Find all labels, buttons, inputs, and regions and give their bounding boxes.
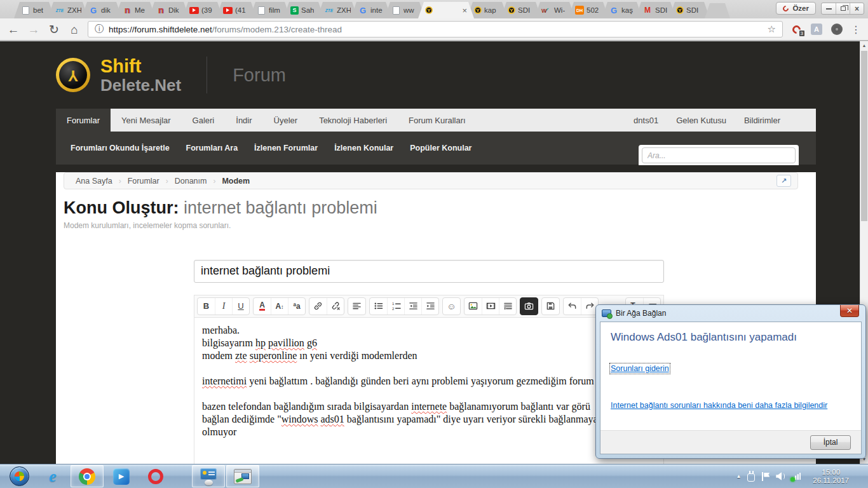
extension-media-button[interactable] [830,24,844,35]
address-bar[interactable]: ⓘ https://forum.shiftdelete.net/forums/m… [88,21,783,37]
close-button[interactable]: × [850,3,864,14]
taskbar-start-button[interactable] [3,465,35,487]
usernav-bildirimler[interactable]: Bildirimler [735,109,789,132]
nav-item-forumlar[interactable]: Forumlar [56,109,111,132]
tab-close-icon[interactable]: × [462,6,467,15]
extension-red-button[interactable]: 3 [789,25,803,34]
bookmark-star-icon[interactable]: ☆ [768,24,776,35]
tab-title: kap [484,6,496,14]
editor-link-button[interactable] [309,298,327,315]
hidden-icons-arrow[interactable]: ▲ [736,473,741,479]
subnav-forumlar-okundu-i-aretle[interactable]: Forumları Okundu İşaretle [62,144,178,152]
editor-text-color-button[interactable]: A [254,298,271,315]
editor-align-button[interactable] [348,298,365,315]
taskbar-windows-media-player-button[interactable]: ▶ [105,465,138,487]
editor-body[interactable]: merhaba.bilgisayarım hp pavillion g6mode… [194,317,664,464]
editor-text: olmuyor [202,426,236,437]
action-center-flag-icon[interactable] [761,472,770,481]
home-button[interactable]: ⌂ [67,24,81,36]
usernav-gelen-kutusu[interactable]: Gelen Kutusu [667,109,735,132]
breadcrumb-modem[interactable]: Modem [215,177,256,186]
nav-item-galeri[interactable]: Galeri [182,109,226,132]
taskbar-internet-explorer-button[interactable]: e [36,465,69,487]
editor-outdent-button[interactable] [404,298,421,315]
breadcrumb: Ana Sayfa›Forumlar›Donanım›Modem ↗ [64,172,798,189]
breadcrumb-ana-sayfa[interactable]: Ana Sayfa [69,177,119,186]
editor-smiley-button[interactable]: ☺ [443,298,460,315]
dialog-heading: Windows Ads01 bağlantısını yapamadı [611,331,851,344]
editor-text: yeni bağlattım . bağlandığı günden beri … [247,376,594,386]
taskbar-display-window-button[interactable] [192,465,225,487]
shiftdelete-logo-icon[interactable]: Y [56,58,90,92]
forward-button[interactable]: → [27,24,41,36]
site-logo[interactable]: Shift Delete.Net [100,57,181,93]
nav-item-teknoloji-haberleri[interactable]: Teknoloji Haberleri [308,109,398,132]
editor-unlink-button[interactable] [327,298,344,315]
extension-adobe-button[interactable]: A [810,24,824,35]
breadcrumb-forumlar[interactable]: Forumlar [121,177,166,186]
editor-media-button[interactable] [482,298,499,315]
header-divider [207,57,207,93]
cancel-button[interactable]: İptal [810,435,851,450]
clock-date: 26.11.2017 [813,477,849,485]
gmail-favicon-icon: M [642,5,653,15]
editor-bold-button[interactable]: B [198,298,215,315]
share-button[interactable]: ↗ [776,175,791,187]
taskbar-clock[interactable]: 15:00 26.11.2017 [813,468,849,485]
editor-camera-button[interactable] [520,298,538,315]
taskbar-network-window-button[interactable] [226,465,259,487]
taskbar-chrome-button[interactable] [71,465,104,487]
dialog-content: Windows Ads01 bağlantısını yapamadı Soru… [600,322,861,430]
browser-menu-button[interactable]: ⋮ [850,24,862,36]
nav-item-forum-kurallar[interactable]: Forum Kuralları [398,109,477,132]
editor-undo-button[interactable] [564,298,581,315]
misspelled-word: superonline [250,350,297,361]
editor-font-family-button[interactable]: ªa [288,298,305,315]
minimize-button[interactable] [822,3,836,14]
usernav-dnts01[interactable]: dnts01 [625,109,667,132]
nav-item-yeler[interactable]: Üyeler [263,109,309,132]
reload-button[interactable]: ↻ [47,24,61,36]
network-status-icon[interactable] [792,472,801,480]
volume-icon[interactable] [776,472,785,480]
editor-image-button[interactable] [465,298,482,315]
back-button[interactable]: ← [6,24,20,36]
restore-button[interactable] [836,3,850,14]
editor-indent-button[interactable] [421,298,438,315]
breadcrumb-donan-m[interactable]: Donanım [168,177,214,186]
subnav-pop-ler-konular[interactable]: Popüler Konular [402,144,480,152]
browser-tab[interactable]: SDI [669,2,710,18]
editor-font-size-button[interactable]: A↕ [271,298,288,315]
scroll-up-icon[interactable]: ▲ [860,41,868,50]
dialog-titlebar[interactable]: Bir Ağa Bağlan [596,305,865,321]
troubleshoot-link[interactable]: Sorunları giderin [611,364,669,373]
nav-item-i-ndir[interactable]: İndir [225,109,262,132]
editor-save-button[interactable] [542,298,559,315]
search-input[interactable] [642,147,796,163]
thread-title-input[interactable] [194,260,664,283]
subnav-forumlar-ara[interactable]: Forumları Ara [178,144,247,152]
subnav-i-zlenen-konular[interactable]: İzlenen Konular [326,144,402,152]
new-tab-button[interactable] [705,3,730,18]
subnav-i-zlenen-forumlar[interactable]: İzlenen Forumlar [246,144,326,152]
browser-profile-button[interactable]: Özer [776,2,816,15]
editor-text-line: olmuyor [202,426,656,438]
power-plug-icon[interactable] [747,473,755,482]
dialog-close-button[interactable]: ✕ [840,305,859,317]
more-info-link[interactable]: Internet bağlantı sorunları hakkında ben… [611,401,827,410]
scrollbar-thumb[interactable] [861,51,867,221]
media-player-icon: ▶ [113,468,130,485]
editor-quote-button[interactable] [499,298,516,315]
page-title: Konu Oluştur: internet bağlantı problemi [64,199,808,218]
taskbar-opera-button[interactable] [139,465,172,487]
logo-line1: Shift [100,57,181,76]
editor-italic-button[interactable]: I [215,298,232,315]
nav-item-yeni-mesajlar[interactable]: Yeni Mesajlar [111,109,182,132]
page-info-icon[interactable]: ⓘ [95,24,104,35]
editor-underline-button[interactable]: U [232,298,249,315]
editor-bullet-list-button[interactable] [370,298,387,315]
editor-numbered-list-button[interactable]: 12 [387,298,404,315]
tab-title: SDI [655,6,667,14]
browser-tab-active[interactable]: × [418,2,474,18]
misspelled-word: ads01 [321,414,344,424]
